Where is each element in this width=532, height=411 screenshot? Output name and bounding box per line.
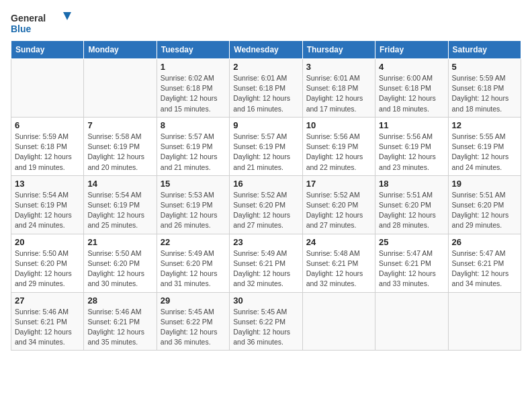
- calendar-cell: 23Sunrise: 5:49 AMSunset: 6:21 PMDayligh…: [230, 234, 302, 292]
- weekday-header-tuesday: Tuesday: [157, 41, 229, 59]
- day-number: 14: [87, 179, 152, 189]
- day-info: Sunrise: 5:45 AMSunset: 6:22 PMDaylight:…: [161, 307, 226, 348]
- day-number: 28: [87, 295, 152, 306]
- header: General Blue: [11, 11, 521, 35]
- day-info: Sunrise: 5:54 AMSunset: 6:19 PMDaylight:…: [87, 190, 152, 231]
- day-number: 21: [87, 237, 152, 247]
- day-info: Sunrise: 5:50 AMSunset: 6:20 PMDaylight:…: [87, 248, 152, 289]
- calendar-cell: 21Sunrise: 5:50 AMSunset: 6:20 PMDayligh…: [84, 234, 157, 292]
- calendar-week-row: 1Sunrise: 6:02 AMSunset: 6:18 PMDaylight…: [11, 59, 521, 118]
- calendar-cell: 24Sunrise: 5:48 AMSunset: 6:21 PMDayligh…: [302, 234, 375, 292]
- calendar-cell: 17Sunrise: 5:52 AMSunset: 6:20 PMDayligh…: [302, 175, 375, 234]
- calendar-cell: 11Sunrise: 5:56 AMSunset: 6:19 PMDayligh…: [375, 117, 448, 175]
- day-info: Sunrise: 5:51 AMSunset: 6:20 PMDaylight:…: [452, 190, 517, 231]
- calendar-cell: 27Sunrise: 5:46 AMSunset: 6:21 PMDayligh…: [11, 292, 84, 351]
- day-number: 30: [233, 295, 298, 306]
- day-info: Sunrise: 5:46 AMSunset: 6:21 PMDaylight:…: [15, 307, 80, 348]
- calendar-cell: 12Sunrise: 5:55 AMSunset: 6:19 PMDayligh…: [448, 117, 521, 175]
- day-info: Sunrise: 5:49 AMSunset: 6:20 PMDaylight:…: [161, 248, 226, 289]
- day-number: 4: [379, 62, 444, 72]
- day-number: 22: [161, 237, 226, 247]
- day-info: Sunrise: 5:46 AMSunset: 6:21 PMDaylight:…: [87, 307, 152, 348]
- calendar-cell: 5Sunrise: 5:59 AMSunset: 6:18 PMDaylight…: [448, 59, 521, 118]
- day-number: 3: [306, 62, 371, 72]
- calendar-week-row: 20Sunrise: 5:50 AMSunset: 6:20 PMDayligh…: [11, 234, 521, 292]
- day-number: 19: [452, 179, 517, 189]
- day-info: Sunrise: 5:53 AMSunset: 6:19 PMDaylight:…: [161, 190, 226, 231]
- calendar-week-row: 13Sunrise: 5:54 AMSunset: 6:19 PMDayligh…: [11, 175, 521, 234]
- calendar-cell: 3Sunrise: 6:01 AMSunset: 6:18 PMDaylight…: [302, 59, 375, 118]
- day-number: 20: [15, 237, 80, 247]
- calendar-cell: 28Sunrise: 5:46 AMSunset: 6:21 PMDayligh…: [84, 292, 157, 351]
- day-info: Sunrise: 5:50 AMSunset: 6:20 PMDaylight:…: [15, 248, 80, 289]
- weekday-header-friday: Friday: [375, 41, 448, 59]
- calendar-cell: 7Sunrise: 5:58 AMSunset: 6:19 PMDaylight…: [84, 117, 157, 175]
- day-info: Sunrise: 5:54 AMSunset: 6:19 PMDaylight:…: [15, 190, 80, 231]
- day-number: 5: [452, 62, 517, 72]
- day-number: 23: [233, 237, 298, 247]
- day-info: Sunrise: 5:58 AMSunset: 6:19 PMDaylight:…: [87, 132, 152, 173]
- svg-text:General: General: [11, 13, 46, 24]
- day-number: 9: [233, 120, 298, 130]
- day-number: 1: [161, 62, 226, 72]
- weekday-header-thursday: Thursday: [302, 41, 375, 59]
- day-number: 29: [161, 295, 226, 306]
- day-info: Sunrise: 5:52 AMSunset: 6:20 PMDaylight:…: [306, 190, 371, 231]
- day-info: Sunrise: 5:57 AMSunset: 6:19 PMDaylight:…: [161, 132, 226, 173]
- calendar-cell: 9Sunrise: 5:57 AMSunset: 6:19 PMDaylight…: [230, 117, 302, 175]
- day-info: Sunrise: 5:47 AMSunset: 6:21 PMDaylight:…: [379, 248, 444, 289]
- calendar-cell: 13Sunrise: 5:54 AMSunset: 6:19 PMDayligh…: [11, 175, 84, 234]
- svg-marker-1: [63, 12, 71, 20]
- day-number: 6: [15, 120, 80, 130]
- calendar-cell: 6Sunrise: 5:59 AMSunset: 6:18 PMDaylight…: [11, 117, 84, 175]
- calendar-cell: [84, 59, 157, 118]
- day-number: 27: [15, 295, 80, 306]
- calendar-week-row: 27Sunrise: 5:46 AMSunset: 6:21 PMDayligh…: [11, 292, 521, 351]
- calendar-cell: [302, 292, 375, 351]
- day-info: Sunrise: 6:00 AMSunset: 6:18 PMDaylight:…: [379, 73, 444, 114]
- weekday-header-row: SundayMondayTuesdayWednesdayThursdayFrid…: [11, 41, 521, 59]
- day-info: Sunrise: 5:56 AMSunset: 6:19 PMDaylight:…: [306, 132, 371, 173]
- day-number: 13: [15, 179, 80, 189]
- day-number: 16: [233, 179, 298, 189]
- weekday-header-sunday: Sunday: [11, 41, 84, 59]
- calendar-cell: 4Sunrise: 6:00 AMSunset: 6:18 PMDaylight…: [375, 59, 448, 118]
- logo-svg: General Blue: [11, 11, 71, 35]
- day-info: Sunrise: 5:45 AMSunset: 6:22 PMDaylight:…: [233, 307, 298, 348]
- logo: General Blue: [11, 11, 71, 35]
- calendar-cell: 29Sunrise: 5:45 AMSunset: 6:22 PMDayligh…: [157, 292, 229, 351]
- day-info: Sunrise: 5:55 AMSunset: 6:19 PMDaylight:…: [452, 132, 517, 173]
- calendar-cell: 19Sunrise: 5:51 AMSunset: 6:20 PMDayligh…: [448, 175, 521, 234]
- day-info: Sunrise: 5:48 AMSunset: 6:21 PMDaylight:…: [306, 248, 371, 289]
- day-number: 26: [452, 237, 517, 247]
- calendar-cell: [11, 59, 84, 118]
- day-number: 24: [306, 237, 371, 247]
- svg-text:Blue: Blue: [11, 24, 32, 34]
- day-info: Sunrise: 5:56 AMSunset: 6:19 PMDaylight:…: [379, 132, 444, 173]
- day-number: 17: [306, 179, 371, 189]
- calendar-week-row: 6Sunrise: 5:59 AMSunset: 6:18 PMDaylight…: [11, 117, 521, 175]
- calendar-cell: 10Sunrise: 5:56 AMSunset: 6:19 PMDayligh…: [302, 117, 375, 175]
- day-number: 10: [306, 120, 371, 130]
- day-number: 15: [161, 179, 226, 189]
- day-number: 12: [452, 120, 517, 130]
- calendar-cell: 2Sunrise: 6:01 AMSunset: 6:18 PMDaylight…: [230, 59, 302, 118]
- calendar-cell: 25Sunrise: 5:47 AMSunset: 6:21 PMDayligh…: [375, 234, 448, 292]
- day-info: Sunrise: 6:02 AMSunset: 6:18 PMDaylight:…: [161, 73, 226, 114]
- calendar-cell: 1Sunrise: 6:02 AMSunset: 6:18 PMDaylight…: [157, 59, 229, 118]
- day-info: Sunrise: 5:47 AMSunset: 6:21 PMDaylight:…: [452, 248, 517, 289]
- calendar-cell: 15Sunrise: 5:53 AMSunset: 6:19 PMDayligh…: [157, 175, 229, 234]
- day-number: 25: [379, 237, 444, 247]
- calendar-cell: [375, 292, 448, 351]
- day-info: Sunrise: 5:59 AMSunset: 6:18 PMDaylight:…: [15, 132, 80, 173]
- day-number: 18: [379, 179, 444, 189]
- day-info: Sunrise: 6:01 AMSunset: 6:18 PMDaylight:…: [306, 73, 371, 114]
- weekday-header-monday: Monday: [84, 41, 157, 59]
- calendar-cell: 8Sunrise: 5:57 AMSunset: 6:19 PMDaylight…: [157, 117, 229, 175]
- calendar-cell: [448, 292, 521, 351]
- weekday-header-wednesday: Wednesday: [230, 41, 302, 59]
- calendar-table: SundayMondayTuesdayWednesdayThursdayFrid…: [11, 40, 521, 351]
- weekday-header-saturday: Saturday: [448, 41, 521, 59]
- calendar-cell: 20Sunrise: 5:50 AMSunset: 6:20 PMDayligh…: [11, 234, 84, 292]
- day-info: Sunrise: 5:57 AMSunset: 6:19 PMDaylight:…: [233, 132, 298, 173]
